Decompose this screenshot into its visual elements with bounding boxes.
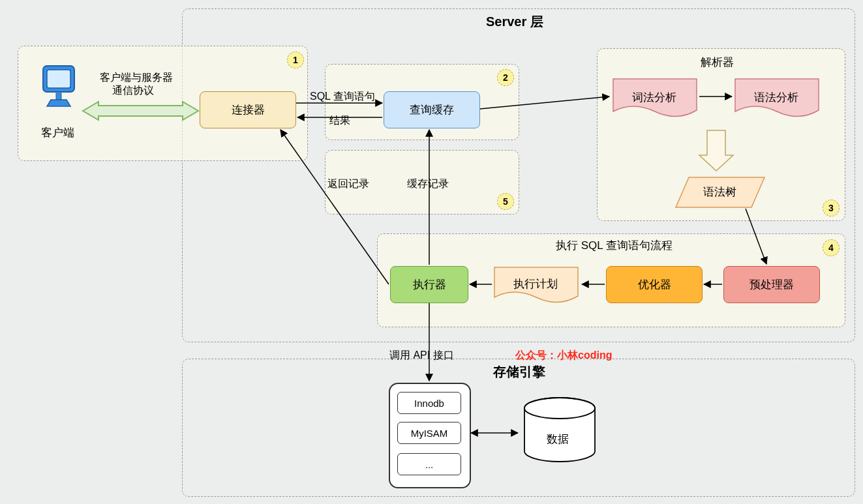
edge-result: 结果 (329, 114, 350, 128)
optimizer-box: 优化器 (606, 266, 703, 303)
server-title: Server 层 (486, 13, 543, 31)
client-icon (39, 63, 78, 117)
connector-text: 连接器 (232, 102, 265, 117)
svg-rect-1 (47, 70, 70, 88)
data-label: 数据 (547, 432, 569, 447)
querycache-box: 查询缓存 (384, 91, 480, 128)
execplan-text: 执行计划 (513, 276, 558, 291)
diagram-canvas: Server 层 存储引擎 1 2 5 解析器 3 执行 SQL 查询语句流程 … (0, 0, 863, 504)
protocol-line1: 客户端与服务器 (100, 71, 173, 85)
edge-cache: 缓存记录 (407, 177, 449, 191)
execflow-title: 执行 SQL 查询语句流程 (556, 238, 673, 253)
preprocessor-box: 预处理器 (723, 266, 820, 303)
protocol-arrow (80, 98, 201, 126)
engine-innodb: Innodb (397, 392, 461, 414)
engine-more: ... (397, 453, 461, 475)
syntax-text: 语法分析 (754, 90, 798, 105)
watermark: 公众号：小林coding (515, 349, 612, 363)
connector-box: 连接器 (200, 91, 296, 128)
engine-myisam: MyISAM (397, 422, 461, 444)
badge-5: 5 (497, 193, 514, 210)
badge-4: 4 (823, 239, 840, 256)
syntaxtree-text: 语法树 (703, 185, 736, 200)
storage-title: 存储引擎 (493, 363, 545, 381)
lexical-text: 词法分析 (632, 90, 676, 105)
parser-title: 解析器 (701, 55, 734, 70)
svg-rect-2 (56, 93, 61, 100)
edge-return: 返回记录 (327, 177, 369, 191)
edge-api: 调用 API 接口 (389, 349, 454, 363)
badge-2: 2 (497, 69, 514, 86)
edge-sqlquery: SQL 查询语句 (310, 90, 375, 104)
querycache-text: 查询缓存 (410, 102, 454, 117)
protocol-line2: 通信协议 (112, 84, 154, 98)
executor-box: 执行器 (390, 266, 468, 303)
svg-marker-3 (83, 102, 198, 120)
badge-3: 3 (823, 200, 840, 216)
badge-1: 1 (287, 52, 304, 68)
client-label: 客户端 (41, 125, 74, 140)
